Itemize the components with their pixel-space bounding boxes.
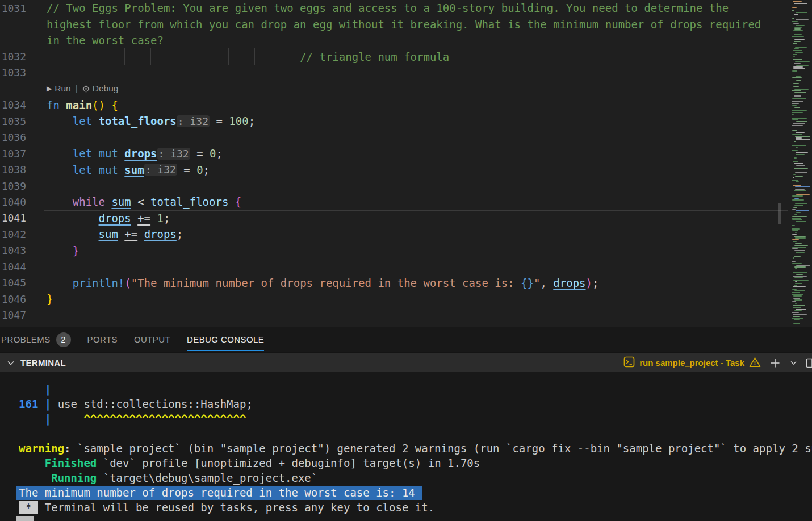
line-number[interactable]: 1038 bbox=[0, 164, 34, 176]
minimap-line-mark bbox=[793, 257, 794, 259]
run-codelens-link[interactable]: ▶Run bbox=[47, 84, 71, 94]
code-line[interactable]: 1043 } bbox=[0, 243, 812, 259]
tab-problems[interactable]: PROBLEMS2 bbox=[1, 327, 71, 352]
line-number[interactable]: 1036 bbox=[0, 131, 34, 143]
line-number[interactable]: 1040 bbox=[0, 196, 34, 208]
minimap-line-mark bbox=[793, 174, 796, 175]
tab-output[interactable]: OUTPUT bbox=[134, 327, 170, 352]
minimap-line-mark bbox=[792, 294, 803, 295]
code-line-content[interactable]: sum += drops; bbox=[34, 226, 812, 242]
code-line-content[interactable]: while sum < total_floors { bbox=[34, 194, 812, 210]
minimap-line-mark bbox=[795, 186, 810, 187]
indent-guide bbox=[47, 226, 47, 242]
indent-guide bbox=[47, 145, 47, 161]
code-line-content[interactable] bbox=[34, 307, 812, 323]
code-line[interactable]: 1046} bbox=[0, 291, 812, 307]
line-number[interactable]: 1041 bbox=[0, 212, 34, 224]
line-number[interactable]: 1037 bbox=[0, 148, 34, 160]
code-line-content[interactable] bbox=[34, 130, 812, 145]
indent-guide bbox=[47, 259, 47, 274]
code-line[interactable]: 1045 println!("The minimum number of dro… bbox=[0, 274, 812, 290]
code-line-content[interactable] bbox=[34, 178, 812, 194]
code-line[interactable]: highest floor from which you can drop an… bbox=[0, 16, 812, 32]
minimap-line-mark bbox=[792, 216, 807, 217]
tab-debug-console[interactable]: DEBUG CONSOLE bbox=[187, 327, 264, 352]
minimap-line-mark bbox=[796, 212, 801, 213]
minimap-line-mark bbox=[793, 50, 802, 51]
code-line[interactable]: ▶Run|Debug bbox=[0, 81, 812, 97]
chevron-down-icon[interactable] bbox=[6, 359, 15, 368]
line-number[interactable]: 1039 bbox=[0, 180, 34, 192]
minimap-line-mark bbox=[792, 180, 798, 181]
code-line-content[interactable]: } bbox=[34, 291, 812, 307]
line-number[interactable]: 1042 bbox=[0, 228, 34, 240]
line-number[interactable]: 1045 bbox=[0, 277, 34, 289]
terminal-launch-dropdown-chevron[interactable] bbox=[789, 359, 798, 367]
line-number[interactable]: 1047 bbox=[0, 309, 34, 321]
code-line-content[interactable]: drops += 1; bbox=[34, 210, 812, 226]
minimap-line-mark bbox=[792, 225, 795, 226]
code-line-content[interactable]: fn main() { bbox=[34, 97, 812, 113]
code-line[interactable]: 1036 bbox=[0, 130, 812, 145]
minimap-line-mark bbox=[793, 280, 809, 281]
line-number[interactable]: 1044 bbox=[0, 261, 34, 273]
code-line[interactable]: 1038 let mut sum: i32 = 0; bbox=[0, 161, 812, 177]
scrollbar-thumb[interactable] bbox=[778, 203, 781, 224]
new-terminal-button[interactable] bbox=[769, 357, 781, 369]
minimap-line-mark bbox=[792, 101, 803, 102]
code-line[interactable]: 1040 while sum < total_floors { bbox=[0, 194, 812, 210]
tab-ports[interactable]: PORTS bbox=[87, 327, 118, 352]
code-line[interactable]: 1044 bbox=[0, 259, 812, 274]
code-line[interactable]: 1042 sum += drops; bbox=[0, 226, 812, 242]
code-line-content[interactable]: let mut sum: i32 = 0; bbox=[34, 161, 812, 177]
code-line-content[interactable]: let mut drops: i32 = 0; bbox=[34, 145, 812, 161]
debug-codelens-link[interactable]: Debug bbox=[82, 84, 119, 94]
minimap-line-mark bbox=[792, 125, 803, 126]
code-line-content[interactable]: println!("The minimum number of drops re… bbox=[34, 274, 812, 290]
code-line-content[interactable] bbox=[34, 65, 812, 81]
line-number[interactable]: 1031 bbox=[0, 2, 34, 14]
code-line[interactable]: 1041 drops += 1; bbox=[0, 210, 812, 226]
code-line[interactable]: 1047 bbox=[0, 307, 812, 323]
code-line-content[interactable]: highest floor from which you can drop an… bbox=[34, 16, 812, 32]
code-line-content[interactable]: let total_floors: i32 = 100; bbox=[34, 113, 812, 129]
code-line[interactable]: 1031// Two Eggs Problem: You are given t… bbox=[0, 0, 812, 16]
minimap-line-mark bbox=[793, 314, 807, 315]
code-line[interactable]: 1034fn main() { bbox=[0, 97, 812, 113]
minimap[interactable] bbox=[790, 0, 812, 327]
minimap-line-mark bbox=[793, 286, 806, 287]
code-line-content[interactable]: } bbox=[34, 243, 812, 259]
code-line[interactable]: 1032 // triangle num formula bbox=[0, 48, 812, 64]
code-line[interactable]: 1035 let total_floors: i32 = 100; bbox=[0, 113, 812, 129]
code-line-content[interactable]: in the worst case? bbox=[34, 32, 812, 48]
split-terminal-icon[interactable] bbox=[806, 357, 812, 369]
minimap-line-mark bbox=[794, 141, 796, 142]
minimap-line-mark bbox=[792, 261, 796, 262]
minimap-line-mark bbox=[793, 86, 799, 87]
terminal-output[interactable]: |161 | use std::collections::HashMap; | … bbox=[0, 372, 812, 521]
minimap-line-mark bbox=[796, 139, 810, 140]
code-line[interactable]: 1033 bbox=[0, 65, 812, 81]
line-number[interactable]: 1033 bbox=[0, 66, 34, 78]
code-line[interactable]: 1037 let mut drops: i32 = 0; bbox=[0, 145, 812, 161]
minimap-line-mark bbox=[795, 303, 797, 304]
line-number[interactable]: 1035 bbox=[0, 115, 34, 127]
code-line-content[interactable]: // Two Eggs Problem: You are given two e… bbox=[34, 0, 812, 16]
indent-guide bbox=[99, 48, 99, 64]
line-number[interactable]: 1034 bbox=[0, 99, 34, 111]
indent-guide bbox=[47, 48, 47, 64]
code-line-content[interactable] bbox=[34, 259, 812, 274]
terminal-line: The minimum number of drops required in … bbox=[19, 485, 812, 500]
code-line-content[interactable]: ▶Run|Debug bbox=[34, 81, 812, 97]
minimap-line-mark bbox=[795, 283, 802, 284]
line-number[interactable]: 1046 bbox=[0, 293, 34, 305]
minimap-line-mark bbox=[792, 239, 799, 240]
line-number[interactable]: 1032 bbox=[0, 51, 34, 62]
code-line[interactable]: in the worst case? bbox=[0, 32, 812, 48]
code-editor[interactable]: 1031// Two Eggs Problem: You are given t… bbox=[0, 0, 812, 327]
terminal-tab-run-sample-project[interactable]: run sample_project - Task bbox=[623, 356, 761, 369]
code-line-content[interactable]: // triangle num formula bbox=[34, 48, 812, 64]
code-line[interactable]: 1039 bbox=[0, 178, 812, 194]
line-number[interactable]: 1043 bbox=[0, 244, 34, 256]
minimap-line-mark bbox=[796, 65, 809, 66]
